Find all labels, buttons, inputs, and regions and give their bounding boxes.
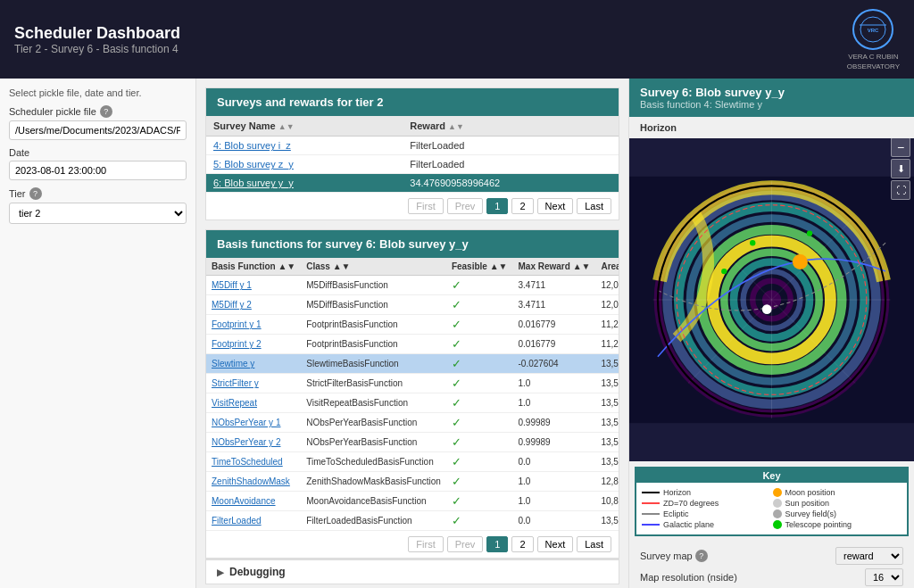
survey-title: Survey 6: Blob survey y_y <box>640 86 903 99</box>
surveys-next-btn[interactable]: Next <box>537 198 574 214</box>
map-resolution-select[interactable]: 16 8 32 <box>865 568 903 586</box>
basis-feasible-cell: ✓ <box>446 472 513 492</box>
debugging-section[interactable]: ▶ Debugging <box>205 559 619 584</box>
key-galactic: Galactic plane <box>642 520 771 529</box>
basis-max-reward-cell: 3.4711 <box>513 295 596 315</box>
survey-map-help-icon[interactable]: ? <box>695 550 708 562</box>
key-ecliptic: Ecliptic <box>642 509 771 518</box>
map-resolution-label: Map resolution (nside) <box>640 572 737 583</box>
basis-table-row[interactable]: TimeToScheduled TimeToScheduledBasisFunc… <box>206 452 619 472</box>
basis-name-cell[interactable]: Footprint y 1 <box>206 315 301 335</box>
basis-name-cell[interactable]: MoonAvoidance <box>206 492 301 511</box>
basis-max-reward-cell: 1.0 <box>513 472 596 492</box>
pickle-input[interactable] <box>9 120 187 140</box>
date-input[interactable] <box>9 161 187 180</box>
basis-feasible-cell: ✓ <box>446 374 513 393</box>
basis-table-row[interactable]: MoonAvoidance MoonAvoidanceBasisFunction… <box>206 492 619 511</box>
basis-area-cell: 13,563.0 <box>595 433 619 452</box>
pickle-label: Scheduler pickle file ? <box>9 105 187 118</box>
basis-table-row[interactable]: NObsPerYear y 2 NObsPerYearBasisFunction… <box>206 433 619 452</box>
surveys-last-btn[interactable]: Last <box>577 198 611 214</box>
tier-help-icon[interactable]: ? <box>29 187 42 200</box>
basis-name-cell[interactable]: M5Diff y 2 <box>206 295 301 315</box>
basis-class-cell: FootprintBasisFunction <box>301 315 446 335</box>
survey-map-select[interactable]: reward feasibility <box>835 547 903 565</box>
basis-col-max-reward[interactable]: Max Reward ▲▼ <box>513 258 596 276</box>
center-panel: Surveys and rewards for tier 2 Survey Na… <box>196 79 628 588</box>
tier-select[interactable]: tier 2 tier 1 tier 3 <box>9 203 187 224</box>
basis-name-cell[interactable]: M5Diff y 1 <box>206 276 301 295</box>
basis-max-reward-cell: 0.016779 <box>513 315 596 335</box>
basis-name-cell[interactable]: ZenithShadowMask <box>206 472 301 492</box>
surveys-col-name[interactable]: Survey Name ▲▼ <box>206 116 403 137</box>
basis-name-cell[interactable]: StrictFilter y <box>206 374 301 393</box>
basis-class-cell: MoonAvoidanceBasisFunction <box>301 492 446 511</box>
debugging-triangle: ▶ <box>217 567 224 577</box>
basis-area-cell: 13,563.0 <box>595 452 619 472</box>
surveys-table-row[interactable]: 6: Blob survey y_y 34.47690958996462 <box>206 174 619 193</box>
basis-table-row[interactable]: NObsPerYear y 1 NObsPerYearBasisFunction… <box>206 413 619 433</box>
basis-col-feasible[interactable]: Feasible ▲▼ <box>446 258 513 276</box>
basis-name-cell[interactable]: FilterLoaded <box>206 511 301 531</box>
basis-area-cell: 13,563.0 <box>595 374 619 393</box>
basis-max-reward-cell: 0.0 <box>513 452 596 472</box>
tier-label: Tier ? <box>9 187 187 200</box>
basis-class-cell: FilterLoadedBasisFunction <box>301 511 446 531</box>
svg-point-25 <box>807 231 812 236</box>
survey-name-cell[interactable]: 6: Blob survey y_y <box>206 174 403 193</box>
basis-class-cell: VisitRepeatBasisFunction <box>301 393 446 413</box>
basis-pagination: First Prev 1 2 Next Last <box>206 531 619 558</box>
basis-table-row[interactable]: VisitRepeat VisitRepeatBasisFunction ✓ 1… <box>206 393 619 413</box>
map-download-btn[interactable]: ⬇ <box>891 159 910 178</box>
basis-last-btn[interactable]: Last <box>577 536 611 552</box>
app-header: Scheduler Dashboard Tier 2 - Survey 6 - … <box>0 0 914 79</box>
basis-col-class[interactable]: Class ▲▼ <box>301 258 446 276</box>
basis-table-row[interactable]: Slewtime y SlewtimeBasisFunction ✓ -0.02… <box>206 354 619 374</box>
basis-name-cell[interactable]: Footprint y 2 <box>206 335 301 354</box>
svg-point-24 <box>750 240 755 245</box>
map-zoom-out-btn[interactable]: − <box>891 138 910 157</box>
basis-next-btn[interactable]: Next <box>537 536 574 552</box>
key-telescope-dot <box>773 520 782 529</box>
surveys-pagination: First Prev 1 2 Next Last <box>206 193 619 219</box>
basis-table-row[interactable]: StrictFilter y StrictFilterBasisFunction… <box>206 374 619 393</box>
surveys-table-row[interactable]: 4: Blob survey i_z FilterLoaded <box>206 137 619 155</box>
basis-table-row[interactable]: M5Diff y 1 M5DiffBasisFunction ✓ 3.4711 … <box>206 276 619 295</box>
basis-name-cell[interactable]: TimeToScheduled <box>206 452 301 472</box>
basis-class-cell: FootprintBasisFunction <box>301 335 446 354</box>
surveys-table-row[interactable]: 5: Blob survey z_y FilterLoaded <box>206 155 619 174</box>
basis-table-row[interactable]: ZenithShadowMask ZenithShadowMaskBasisFu… <box>206 472 619 492</box>
basis-name-cell[interactable]: NObsPerYear y 2 <box>206 433 301 452</box>
surveys-col-reward[interactable]: Reward ▲▼ <box>403 116 619 137</box>
basis-area-cell: 11,297.0 <box>595 335 619 354</box>
surveys-prev-btn[interactable]: Prev <box>447 198 484 214</box>
survey-reward-cell: FilterLoaded <box>403 155 619 174</box>
basis-table-row[interactable]: Footprint y 2 FootprintBasisFunction ✓ 0… <box>206 335 619 354</box>
survey-name-cell[interactable]: 4: Blob survey i_z <box>206 137 403 155</box>
surveys-page1-btn[interactable]: 1 <box>486 198 508 214</box>
basis-first-btn[interactable]: First <box>408 536 443 552</box>
key-sun-dot <box>773 499 782 508</box>
basis-class-cell: SlewtimeBasisFunction <box>301 354 446 374</box>
basis-col-name[interactable]: Basis Function ▲▼ <box>206 258 301 276</box>
surveys-first-btn[interactable]: First <box>408 198 443 214</box>
basis-area-cell: 11,297.0 <box>595 315 619 335</box>
basis-area-cell: 13,563.0 <box>595 393 619 413</box>
basis-name-cell[interactable]: VisitRepeat <box>206 393 301 413</box>
basis-area-cell: 10,824.0 <box>595 492 619 511</box>
basis-feasible-cell: ✓ <box>446 393 513 413</box>
basis-col-area[interactable]: Area ▲▼ <box>595 258 619 276</box>
basis-table-row[interactable]: Footprint y 1 FootprintBasisFunction ✓ 0… <box>206 315 619 335</box>
survey-name-cell[interactable]: 5: Blob survey z_y <box>206 155 403 174</box>
basis-area-cell: 13,563.0 <box>595 413 619 433</box>
basis-table-row[interactable]: M5Diff y 2 M5DiffBasisFunction ✓ 3.4711 … <box>206 295 619 315</box>
basis-page2-btn[interactable]: 2 <box>511 536 533 552</box>
basis-page1-btn[interactable]: 1 <box>486 536 508 552</box>
map-fullscreen-btn[interactable]: ⛶ <box>891 180 910 200</box>
pickle-help-icon[interactable]: ? <box>100 105 112 118</box>
basis-name-cell[interactable]: Slewtime y <box>206 354 301 374</box>
surveys-page2-btn[interactable]: 2 <box>511 198 533 214</box>
basis-table-row[interactable]: FilterLoaded FilterLoadedBasisFunction ✓… <box>206 511 619 531</box>
basis-prev-btn[interactable]: Prev <box>447 536 484 552</box>
basis-name-cell[interactable]: NObsPerYear y 1 <box>206 413 301 433</box>
